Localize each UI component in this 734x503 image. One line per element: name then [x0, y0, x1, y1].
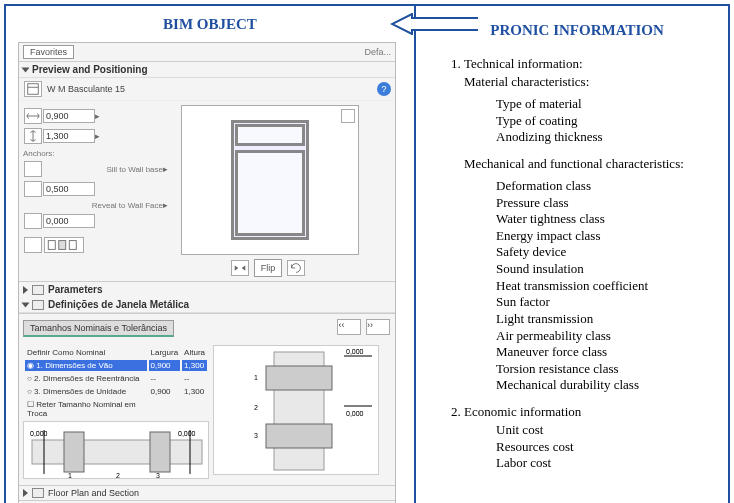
bim-app-window: Favorites Defa... Preview and Positionin… — [18, 42, 396, 503]
list-item: Light transmission — [496, 311, 716, 328]
chevron-right-icon[interactable]: ▸ — [163, 200, 173, 210]
list-item: Maneuver force class — [496, 344, 716, 361]
rotate-icon[interactable] — [287, 260, 305, 276]
tab-next-icon[interactable]: ›› — [366, 319, 390, 335]
flip-button[interactable]: Flip — [254, 259, 283, 277]
section1-title: Technical information: — [464, 56, 583, 71]
default-label: Defa... — [364, 47, 391, 57]
nominal-table: Definir Como NominalLarguraAltura ◉ 1. D… — [23, 345, 209, 421]
section-detail-drawing: 0,000 0,000 1 2 3 — [213, 345, 379, 475]
chevron-right-icon[interactable] — [23, 489, 28, 497]
table-row[interactable]: ◉ 1. Dimensões de Vão0,9001,300 — [25, 360, 207, 371]
floorplan-icon — [32, 488, 44, 498]
list-item: Deformation class — [496, 178, 716, 195]
height-input[interactable] — [43, 129, 95, 143]
section-preview-title: Preview and Positioning — [32, 64, 148, 75]
sill-height-icon[interactable] — [24, 181, 42, 197]
table-row[interactable]: ○ 2. Dimensões de Reentrância---- — [25, 373, 207, 384]
help-icon[interactable]: ? — [377, 82, 391, 96]
svg-text:0,000: 0,000 — [30, 430, 48, 437]
svg-text:0,000: 0,000 — [346, 348, 364, 355]
window-type-icon[interactable] — [24, 81, 42, 97]
svg-rect-3 — [59, 241, 66, 250]
reveal-label: Reveal to Wall Face — [92, 201, 163, 210]
height-icon[interactable] — [24, 128, 42, 144]
table-row[interactable]: ○ 3. Dimensões de Unidade0,9001,300 — [25, 386, 207, 397]
chevron-right-icon[interactable]: ▸ — [95, 111, 105, 121]
module-name: W M Basculante 15 — [43, 84, 377, 94]
sill-input[interactable] — [43, 182, 95, 196]
svg-text:3: 3 — [156, 472, 160, 479]
svg-text:2: 2 — [254, 404, 258, 411]
svg-text:1: 1 — [68, 472, 72, 479]
svg-rect-2 — [48, 241, 55, 250]
plan-icon[interactable] — [24, 237, 42, 253]
list-item: Mechanical durability class — [496, 377, 716, 394]
anchor-icon[interactable] — [24, 161, 42, 177]
width-icon[interactable] — [24, 108, 42, 124]
definitions-icon — [32, 300, 44, 310]
material-heading: Material characteristics: — [464, 74, 716, 90]
preview-3d[interactable] — [181, 105, 359, 255]
svg-text:2: 2 — [116, 472, 120, 479]
section-definitions: Definições de Janela Metálica — [48, 299, 189, 310]
window-3d-model — [225, 120, 315, 240]
list-item: Sun factor — [496, 294, 716, 311]
reveal-icon[interactable] — [24, 213, 42, 229]
list-item: Water tightness class — [496, 211, 716, 228]
list-item: Energy impact class — [496, 228, 716, 245]
view-mode-icon[interactable] — [341, 109, 355, 123]
anchors-label: Anchors: — [23, 149, 173, 158]
chevron-right-icon[interactable]: ▸ — [95, 131, 105, 141]
tab-prev-icon[interactable]: ‹‹ — [337, 319, 361, 335]
svg-text:0,000: 0,000 — [178, 430, 196, 437]
plan-detail-drawing: 0,000 0,000 1 2 3 — [23, 421, 209, 479]
nominal-tab[interactable]: Tamanhos Nominais e Tolerâncias — [23, 320, 174, 337]
section-floorplan[interactable]: Floor Plan and Section — [48, 488, 139, 498]
svg-rect-18 — [266, 424, 332, 448]
svg-rect-17 — [266, 366, 332, 390]
list-item: Heat transmission coefficient — [496, 278, 716, 295]
list-item: Safety device — [496, 244, 716, 261]
svg-text:1: 1 — [254, 374, 258, 381]
chevron-down-icon[interactable] — [22, 302, 30, 307]
svg-rect-5 — [32, 440, 202, 464]
svg-rect-7 — [64, 432, 84, 472]
heading-bim: BIM OBJECT — [18, 16, 402, 33]
chevron-right-icon[interactable]: ▸ — [163, 164, 173, 174]
list-item: Type of coating — [496, 113, 716, 130]
mirror-icon[interactable] — [231, 260, 249, 276]
svg-rect-4 — [69, 241, 76, 250]
reveal-input[interactable] — [43, 214, 95, 228]
chevron-down-icon[interactable] — [22, 67, 30, 72]
list-item: Torsion resistance class — [496, 361, 716, 378]
list-item: Sound insulation — [496, 261, 716, 278]
list-item: Pressure class — [496, 195, 716, 212]
section-parameters[interactable]: Parameters — [48, 284, 102, 295]
mechanical-heading: Mechanical and functional characteristic… — [464, 156, 716, 172]
list-item: Air permeability class — [496, 328, 716, 345]
list-item: Unit cost — [496, 422, 716, 439]
table-row[interactable]: ☐ Reter Tamanho Nominal em Troca — [25, 399, 207, 419]
list-item: Resources cost — [496, 439, 716, 456]
list-item: Type of material — [496, 96, 716, 113]
width-input[interactable] — [43, 109, 95, 123]
param-icon — [32, 285, 44, 295]
section2-title: Economic information — [464, 404, 581, 419]
list-item: Labor cost — [496, 455, 716, 472]
list-item: Anodizing thickness — [496, 129, 716, 146]
svg-text:3: 3 — [254, 432, 258, 439]
svg-rect-0 — [28, 84, 39, 95]
sill-label: Sill to Wall base — [106, 165, 163, 174]
arrow-left — [390, 14, 480, 34]
anchor-mode-icon[interactable] — [44, 237, 84, 253]
chevron-right-icon[interactable] — [23, 286, 28, 294]
favorites-button[interactable]: Favorites — [23, 45, 74, 59]
svg-text:0,000: 0,000 — [346, 410, 364, 417]
svg-rect-8 — [150, 432, 170, 472]
